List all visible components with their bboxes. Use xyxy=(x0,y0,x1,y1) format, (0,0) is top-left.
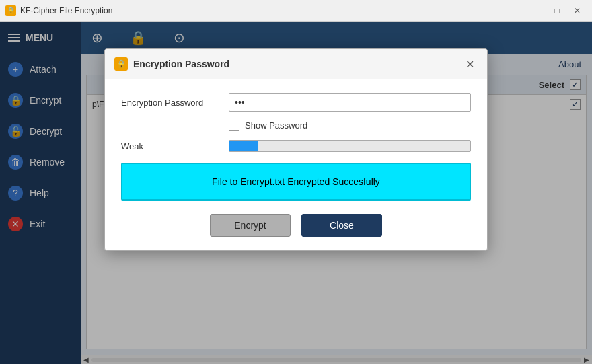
modal-overlay: 🔒 Encryption Password ✕ Encryption Passw… xyxy=(0,22,592,364)
show-password-row: Show Password xyxy=(229,120,471,131)
app-title: KF-Cipher File Encryption xyxy=(20,6,527,15)
strength-label: Weak xyxy=(121,141,229,151)
dialog-title: Encryption Password xyxy=(133,59,461,69)
password-input[interactable] xyxy=(229,93,471,112)
show-password-label[interactable]: Show Password xyxy=(245,120,307,131)
encrypt-button[interactable]: Encrypt xyxy=(210,214,291,237)
minimize-button[interactable]: — xyxy=(527,3,546,19)
dialog-body: Encryption Password Show Password Weak F xyxy=(105,79,487,250)
password-row: Encryption Password xyxy=(121,93,471,112)
title-bar: 🔒 KF-Cipher File Encryption — □ ✕ xyxy=(0,0,592,22)
strength-row: Weak xyxy=(121,140,471,152)
app-area: MENU + Attach 🔒 Encrypt 🔓 Decrypt 🗑 Remo… xyxy=(0,22,592,364)
app-icon: 🔒 xyxy=(5,5,16,16)
dialog-titlebar: 🔒 Encryption Password ✕ xyxy=(105,49,487,79)
password-label: Encryption Password xyxy=(121,98,229,108)
strength-bar-container xyxy=(229,140,471,152)
close-button[interactable]: Close xyxy=(301,214,382,237)
encryption-dialog: 🔒 Encryption Password ✕ Encryption Passw… xyxy=(104,48,488,251)
dialog-close-button[interactable]: ✕ xyxy=(461,56,478,72)
button-row: Encrypt Close xyxy=(121,214,471,237)
maximize-button[interactable]: □ xyxy=(548,3,566,19)
status-message: File to Encrypt.txt Encrypted Succesfull… xyxy=(121,163,471,201)
strength-bar-fill xyxy=(229,141,258,151)
window-controls: — □ ✕ xyxy=(527,3,587,19)
dialog-title-icon: 🔒 xyxy=(114,57,128,71)
show-password-checkbox[interactable] xyxy=(229,120,239,131)
window-close-button[interactable]: ✕ xyxy=(568,3,587,19)
